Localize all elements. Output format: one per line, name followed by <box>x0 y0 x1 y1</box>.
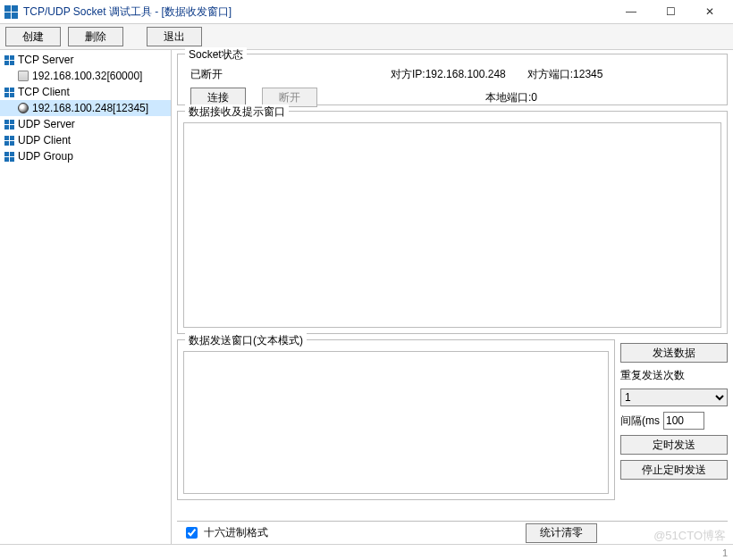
titlebar: TCP/UDP Socket 调试工具 - [数据收发窗口] — ☐ ✕ <box>0 0 733 23</box>
repeat-count-label: 重复发送次数 <box>620 368 728 383</box>
minimize-button[interactable]: — <box>611 0 651 23</box>
delete-button[interactable]: 删除 <box>68 27 123 46</box>
window-title: TCP/UDP Socket 调试工具 - [数据收发窗口] <box>23 4 232 20</box>
tree-tcp-client-endpoint[interactable]: 192.168.100.248[12345] <box>0 100 171 116</box>
tree-tcp-client[interactable]: TCP Client <box>0 84 171 100</box>
interval-label: 间隔(ms <box>620 414 660 429</box>
group-caption: 数据发送窗口(文本模式) <box>185 333 307 348</box>
peer-ip-label: 对方IP:192.168.100.248 <box>391 67 506 82</box>
client-icon <box>4 87 14 97</box>
server-icon <box>4 119 14 130</box>
bottom-bar: 十六进制格式 统计清零 <box>177 521 728 542</box>
endpoint-icon <box>18 103 29 113</box>
tree-udp-server[interactable]: UDP Server <box>0 116 171 132</box>
tree-udp-group[interactable]: UDP Group <box>0 148 171 164</box>
socket-state-group: Socket状态 已断开 对方IP:192.168.100.248 对方端口:1… <box>177 54 728 105</box>
send-control-panel: 发送数据 重复发送次数 1 间隔(ms 定时发送 停止定时发送 <box>620 339 728 506</box>
toolbar: 创建 删除 退出 <box>0 23 733 50</box>
status-value: 1 <box>722 547 728 558</box>
maximize-button[interactable]: ☐ <box>651 0 690 23</box>
hex-format-input[interactable] <box>186 527 198 539</box>
client-icon <box>4 135 14 146</box>
exit-button[interactable]: 退出 <box>147 27 202 46</box>
app-icon <box>4 4 18 19</box>
host-icon <box>18 71 29 81</box>
send-group: 数据发送窗口(文本模式) <box>177 339 615 500</box>
timed-send-button[interactable]: 定时发送 <box>620 435 728 455</box>
group-caption: 数据接收及提示窗口 <box>185 104 289 120</box>
interval-input[interactable] <box>663 412 704 430</box>
connection-status: 已断开 <box>190 67 253 82</box>
tree-label: UDP Server <box>18 118 75 130</box>
send-data-button[interactable]: 发送数据 <box>620 343 728 363</box>
server-icon <box>4 54 14 65</box>
tree-label: 192.168.100.32[60000] <box>32 70 142 82</box>
peer-port-label: 对方端口:12345 <box>527 67 603 82</box>
tree-label: UDP Client <box>18 134 71 146</box>
repeat-count-select[interactable]: 1 <box>620 389 728 406</box>
send-textarea[interactable] <box>183 351 609 494</box>
stop-timed-send-button[interactable]: 停止定时发送 <box>620 460 728 480</box>
group-caption: Socket状态 <box>185 47 247 63</box>
tree-udp-client[interactable]: UDP Client <box>0 132 171 148</box>
close-button[interactable]: ✕ <box>690 0 729 23</box>
connection-tree[interactable]: TCP Server 192.168.100.32[60000] TCP Cli… <box>0 50 172 544</box>
tree-label: UDP Group <box>18 150 73 163</box>
clear-stats-button[interactable]: 统计清零 <box>526 523 597 543</box>
hex-format-label: 十六进制格式 <box>204 526 268 539</box>
tree-tcp-server-endpoint[interactable]: 192.168.100.32[60000] <box>0 68 171 84</box>
tree-label: TCP Server <box>18 54 73 66</box>
group-icon <box>4 151 14 162</box>
statusbar: 1 <box>0 544 733 560</box>
receive-group: 数据接收及提示窗口 <box>177 111 728 334</box>
tree-label: TCP Client <box>18 86 70 98</box>
hex-format-checkbox[interactable]: 十六进制格式 <box>182 524 268 541</box>
tree-label: 192.168.100.248[12345] <box>32 102 148 114</box>
create-button[interactable]: 创建 <box>5 27 61 46</box>
receive-textarea[interactable] <box>183 122 721 328</box>
local-port-label: 本地端口:0 <box>485 90 537 105</box>
tree-tcp-server[interactable]: TCP Server <box>0 52 171 68</box>
